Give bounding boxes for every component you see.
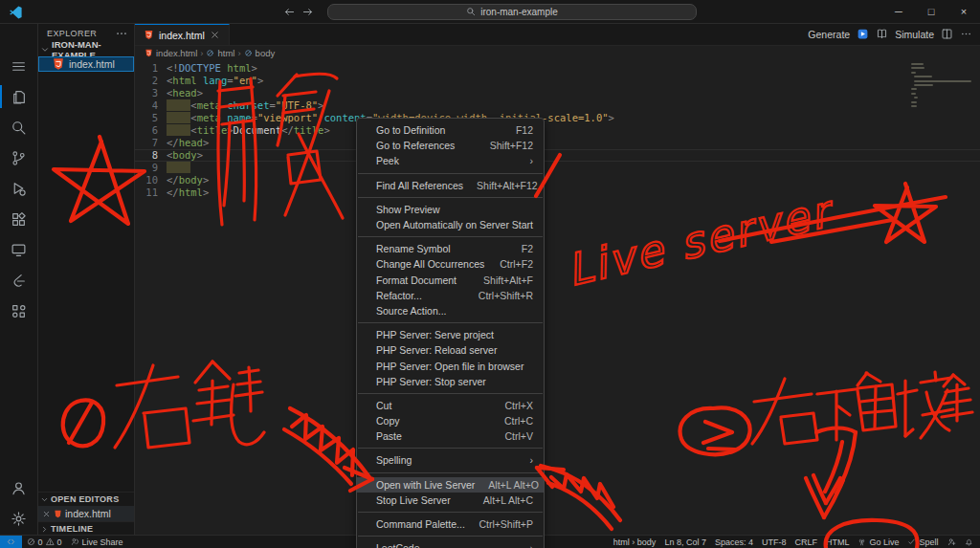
menu-item-paste[interactable]: PasteCtrl+V xyxy=(357,428,544,444)
folder-row[interactable]: IRON-MAN-EXAMPLE xyxy=(38,42,134,56)
breadcrumb-item-body[interactable]: body xyxy=(244,48,276,58)
code-line-8[interactable]: 8<body> xyxy=(135,149,980,162)
menu-item-change-all-occurrences[interactable]: Change All OccurrencesCtrl+F2 xyxy=(357,256,544,272)
more-actions-icon[interactable] xyxy=(115,27,128,40)
status-item-eol[interactable]: CRLF xyxy=(791,536,822,548)
code-line-9[interactable]: 9 xyxy=(135,162,980,174)
code-line-2[interactable]: 2<html lang="en"> xyxy=(135,75,980,87)
code-line-7[interactable]: 7</head> xyxy=(135,137,980,149)
status-item-go-live[interactable]: Go Live xyxy=(854,536,903,548)
status-item-feedback[interactable] xyxy=(943,536,960,548)
open-editors-header[interactable]: OPEN EDITORS xyxy=(38,492,134,506)
menu-item-php-server-stop-server[interactable]: PHP Server: Stop server xyxy=(357,374,544,389)
maximize-button[interactable]: □ xyxy=(915,0,947,23)
status-item-live-share[interactable]: Live Share xyxy=(66,536,127,548)
line-number: 10 xyxy=(135,174,158,186)
editor-action-split-editor[interactable] xyxy=(941,28,953,42)
minimap-line xyxy=(911,63,924,65)
tab-index-html[interactable]: index.html xyxy=(135,24,230,45)
open-editor-row[interactable]: index.html xyxy=(38,506,134,521)
activity-bar-item-source-control[interactable] xyxy=(0,142,37,173)
editor-area: index.html GenerateSimulate index.html›h… xyxy=(135,24,980,536)
status-item-remote[interactable] xyxy=(0,536,22,548)
menu-item-cut[interactable]: CutCtrl+X xyxy=(357,398,544,413)
activity-bar-item-extensions[interactable] xyxy=(0,204,37,234)
status-item-cursor-position[interactable]: Ln 8, Col 7 xyxy=(660,536,711,548)
forward-icon[interactable] xyxy=(301,6,314,18)
timeline-header[interactable]: TIMELINE xyxy=(38,521,134,536)
close-button[interactable]: × xyxy=(947,0,980,23)
menu-item-rename-symbol[interactable]: Rename SymbolF2 xyxy=(357,241,544,256)
status-item-language-mode[interactable]: HTML xyxy=(821,536,854,548)
menu-icon xyxy=(11,58,27,75)
activity-bar-item-search[interactable] xyxy=(0,112,37,142)
tab-bar: index.html GenerateSimulate xyxy=(135,24,980,46)
code-line-10[interactable]: 10</body> xyxy=(135,174,980,186)
code-line-4[interactable]: 4 <meta charset="UTF-8"> xyxy=(135,99,980,112)
status-item-element-path[interactable]: html › body xyxy=(609,536,660,548)
code-line-1[interactable]: 1<!DOCTYPE html> xyxy=(135,62,980,75)
code-line-5[interactable]: 5 <meta name="viewport" content="width=d… xyxy=(135,112,980,124)
menu-item-php-server-open-file-in-browser[interactable]: PHP Server: Open file in browser xyxy=(357,358,544,373)
menu-item-spelling[interactable]: Spelling› xyxy=(357,452,544,468)
activity-bar-item-menu[interactable] xyxy=(0,51,37,81)
close-icon[interactable] xyxy=(210,30,220,40)
menu-item-go-to-references[interactable]: Go to ReferencesShift+F12 xyxy=(357,138,544,153)
status-item-indentation[interactable]: Spaces: 4 xyxy=(710,536,757,548)
status-bar-right: html › bodyLn 8, Col 7Spaces: 4UTF-8CRLF… xyxy=(609,536,980,548)
menu-item-open-automatically-on-server-start[interactable]: Open Automatically on Server Start xyxy=(357,217,544,232)
menu-item-go-to-definition[interactable]: Go to DefinitionF12 xyxy=(357,122,544,138)
breadcrumb-separator: › xyxy=(200,48,203,58)
menu-item-php-server-serve-project[interactable]: PHP Server: Serve project xyxy=(357,327,544,342)
menu-separator xyxy=(358,448,543,449)
activity-bar-item-remote-explorer[interactable] xyxy=(0,234,37,265)
back-icon[interactable] xyxy=(283,6,296,18)
menu-item-find-all-references[interactable]: Find All ReferencesShift+Alt+F12 xyxy=(357,178,544,193)
status-item-notifications[interactable] xyxy=(960,536,977,548)
activity-bar xyxy=(0,24,38,536)
code-area[interactable]: 1<!DOCTYPE html>2<html lang="en">3<head>… xyxy=(135,59,980,536)
breadcrumb-item-index-html[interactable]: index.html xyxy=(145,48,197,58)
file-row-index-html[interactable]: index.html xyxy=(38,56,134,72)
code-line-6[interactable]: 6 <title>Document</title> xyxy=(135,124,980,137)
menu-item-open-with-live-server[interactable]: Open with Live ServerAlt+L Alt+O xyxy=(357,477,544,493)
close-icon[interactable] xyxy=(42,510,51,518)
activity-bar-item-account[interactable] xyxy=(0,472,37,503)
editor-action-preview[interactable] xyxy=(876,28,888,42)
menu-item-peek[interactable]: Peek› xyxy=(357,153,544,168)
status-item-problems[interactable]: 00 xyxy=(22,536,66,548)
activity-bar-item-explorer[interactable] xyxy=(0,81,37,112)
menu-item-stop-live-server[interactable]: Stop Live ServerAlt+L Alt+C xyxy=(357,493,544,508)
activity-bar-item-run-debug[interactable] xyxy=(0,173,37,204)
menu-item-format-document[interactable]: Format DocumentShift+Alt+F xyxy=(357,273,544,288)
menu-item-command-palette[interactable]: Command Palette...Ctrl+Shift+P xyxy=(357,516,544,532)
editor-action-simulate[interactable]: Simulate xyxy=(895,29,934,40)
menu-item-leetcode[interactable]: LeetCode› xyxy=(357,540,544,548)
line-number: 3 xyxy=(135,87,158,99)
menu-item-show-preview[interactable]: Show Preview xyxy=(357,202,544,217)
activity-bar-item-settings[interactable] xyxy=(0,503,37,534)
menu-separator xyxy=(358,393,543,394)
status-item-spell[interactable]: Spell xyxy=(903,536,943,548)
editor-action-more-actions[interactable] xyxy=(960,28,972,42)
activity-bar-item-leetcode[interactable] xyxy=(0,265,37,296)
editor-action-generate-run[interactable] xyxy=(857,28,869,42)
editor-action-generate[interactable]: Generate xyxy=(808,29,850,40)
activity-bar-item-live-share[interactable] xyxy=(0,296,37,326)
minimap[interactable] xyxy=(911,63,970,109)
status-item-encoding[interactable]: UTF-8 xyxy=(757,536,791,548)
line-number: 6 xyxy=(135,124,158,137)
code-line-11[interactable]: 11</html> xyxy=(135,186,980,199)
command-center-search[interactable]: iron-man-example xyxy=(327,4,697,20)
sidebar: EXPLORER IRON-MAN-EXAMPLE index.html OPE… xyxy=(38,24,135,536)
menu-item-copy[interactable]: CopyCtrl+C xyxy=(357,413,544,428)
menu-item-source-action[interactable]: Source Action... xyxy=(357,303,544,318)
minimize-button[interactable]: ─ xyxy=(882,0,915,23)
tab-label: index.html xyxy=(159,30,205,41)
menu-item-refactor[interactable]: Refactor...Ctrl+Shift+R xyxy=(357,288,544,303)
code-line-3[interactable]: 3<head> xyxy=(135,87,980,99)
chevron-right-icon xyxy=(40,525,49,534)
menu-item-php-server-reload-server[interactable]: PHP Server: Reload server xyxy=(357,342,544,358)
breadcrumb-item-html[interactable]: html xyxy=(206,48,234,58)
line-number: 8 xyxy=(135,149,158,162)
